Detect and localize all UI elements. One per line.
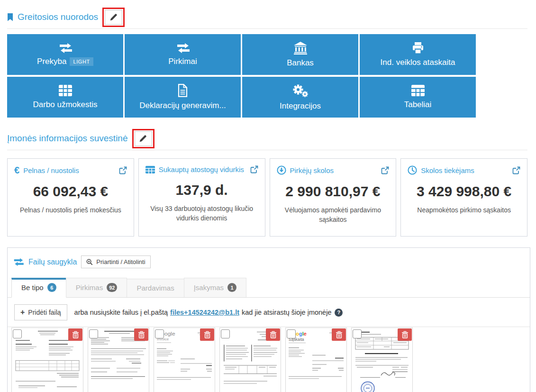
card-value: 137,9 d. — [145, 182, 258, 198]
external-link-icon[interactable] — [250, 165, 258, 173]
card-value: 3 429 998,80 € — [408, 183, 520, 200]
table-icon — [145, 166, 155, 173]
edit-highlight-annotation — [132, 129, 154, 148]
trash-icon — [138, 331, 145, 338]
tile-tabeliai[interactable]: Tabeliai — [360, 77, 476, 118]
edit-highlight-annotation — [102, 8, 125, 27]
card-title: Sukauptų atostogų vidurkis — [159, 165, 246, 173]
external-link-icon[interactable] — [119, 166, 127, 174]
tile-label: Bankas — [287, 58, 314, 68]
quick-links-header: Greitosios nuorodos — [7, 7, 527, 27]
file-checkbox[interactable] — [13, 329, 22, 338]
tab-count-badge: 6 — [47, 283, 56, 292]
divider — [7, 28, 527, 29]
external-link-icon[interactable] — [381, 166, 389, 174]
edit-quick-links-button[interactable] — [105, 10, 122, 25]
tab-be-tipo[interactable]: Be tipo 6 — [11, 278, 66, 298]
card-title: Pelnas / nuostolis — [23, 166, 115, 174]
add-file-button[interactable]: + Pridėti failą — [14, 304, 67, 320]
tile-label: Prekyba — [37, 57, 66, 66]
table-icon — [411, 85, 425, 96]
tab-pirkimas[interactable]: Pirkimas 92 — [66, 278, 127, 297]
file-checkbox[interactable] — [287, 329, 296, 338]
file-thumbnail — [219, 328, 281, 392]
edit-summary-button[interactable] — [135, 131, 152, 146]
card-skolos-tiekejams: Skolos tiekėjams 3 429 998,80 € Neapmokė… — [400, 158, 527, 237]
tile-label: Pirkimai — [168, 57, 197, 66]
card-value: 2 990 810,97 € — [277, 183, 390, 200]
tile-label: Integracijos — [280, 101, 321, 111]
help-icon[interactable]: ? — [335, 309, 343, 317]
plus-icon: + — [20, 309, 25, 316]
file-checkbox[interactable] — [221, 329, 230, 338]
dashboard-page: Greitosios nuorodos Prekyba LIGHT Pirkim… — [0, 0, 536, 392]
printer-icon — [412, 42, 424, 54]
tab-pardavimas[interactable]: Pardavimas — [127, 279, 184, 297]
delete-file-button[interactable] — [68, 328, 82, 341]
card-description: Pelnas / nuostolis prieš mokesčius — [14, 206, 127, 215]
delete-file-button[interactable] — [134, 328, 148, 341]
file-checkbox[interactable] — [89, 329, 98, 338]
arrow-down-circle-icon — [277, 165, 286, 175]
tile-label: Ind. veiklos ataskaita — [381, 58, 455, 67]
trash-icon — [401, 331, 409, 338]
exchange-icon — [13, 258, 24, 266]
summary-cards: € Pelnas / nuostolis 66 092,43 € Pelnas … — [7, 158, 527, 237]
card-title: Pirkėjų skolos — [290, 166, 378, 174]
tile-integracijos[interactable]: Integracijos — [242, 77, 358, 118]
upload-hint: arba nusiųskite failus į el.paštą files+… — [74, 309, 343, 317]
file-thumbnail: Google Sąskaita — [285, 328, 347, 392]
bank-icon — [294, 42, 307, 55]
file-thumbnail: Google Invoice — [154, 328, 215, 392]
exchange-icon — [58, 43, 73, 53]
tile-bankas[interactable]: Bankas — [242, 34, 358, 75]
file-checkbox[interactable] — [155, 329, 164, 338]
magnifier-plus-icon — [86, 259, 93, 265]
card-description: Visų 33 darbuotojų atostogų likučio vidu… — [145, 204, 258, 223]
file-storage-title: Failų saugykla — [28, 258, 77, 266]
file-thumbnail — [88, 328, 149, 392]
card-pelnas-nuostolis: € Pelnas / nuostolis 66 092,43 € Pelnas … — [7, 158, 134, 237]
file-thumbnail — [11, 328, 83, 392]
card-title: Skolos tiekėjams — [421, 166, 509, 174]
tile-deklaraciju-generavimas[interactable]: Deklaracijų generavim... — [125, 77, 241, 118]
clock-icon — [408, 165, 417, 175]
file-type-tabs: Be tipo 6 Pirkimas 92 Pardavimas Įsakyma… — [8, 278, 530, 298]
pencil-icon — [110, 13, 118, 21]
card-description: Neapmokėtos pirkimo sąskaitos — [408, 206, 520, 215]
bookmark-icon — [7, 13, 13, 21]
tile-pirkimai[interactable]: Pirkimai — [125, 34, 241, 75]
delete-file-button[interactable] — [266, 328, 280, 341]
summary-header: Įmonės informacijos suvestinė — [7, 128, 527, 149]
upload-email-link[interactable]: files+14524242@b1.lt — [170, 309, 239, 316]
file-thumbnails-row: Google Invoice — [8, 327, 530, 392]
tile-label: Tabeliai — [404, 100, 432, 109]
table-icon — [59, 85, 72, 96]
file-thumbnail — [351, 328, 413, 392]
card-pirkeju-skolos: Pirkėjų skolos 2 990 810,97 € Vėluojamos… — [270, 158, 397, 237]
trash-icon — [72, 331, 79, 338]
gears-icon — [292, 83, 309, 98]
exchange-icon — [176, 43, 190, 53]
file-text-icon — [177, 84, 188, 97]
trash-icon — [336, 331, 343, 338]
delete-file-button[interactable] — [332, 328, 346, 341]
external-link-icon[interactable] — [512, 166, 520, 174]
tile-ind-veiklos-ataskaita[interactable]: Ind. veiklos ataskaita — [360, 34, 476, 75]
delete-file-button[interactable] — [398, 328, 412, 341]
light-badge: LIGHT — [70, 57, 93, 66]
trash-icon — [270, 331, 277, 338]
tile-darbo-uzmokestis[interactable]: Darbo užmokestis — [7, 77, 123, 118]
tab-count-badge: 92 — [107, 283, 117, 292]
divider — [7, 150, 527, 150]
summary-title: Įmonės informacijos suvestinė — [7, 133, 128, 144]
delete-file-button[interactable] — [200, 328, 214, 341]
tile-label: Deklaracijų generavim... — [139, 101, 226, 110]
card-atostogu-vidurkis: Sukauptų atostogų vidurkis 137,9 d. Visų… — [138, 158, 265, 237]
file-checkbox[interactable] — [353, 329, 362, 338]
tab-isakymas[interactable]: Įsakymas 1 — [184, 278, 246, 297]
tile-prekyba[interactable]: Prekyba LIGHT — [7, 34, 123, 75]
quick-links-title: Greitosios nuorodos — [18, 12, 98, 22]
zoom-files-button[interactable]: Priartinti / Atitolinti — [81, 255, 150, 268]
tile-label: Darbo užmokestis — [33, 100, 97, 109]
